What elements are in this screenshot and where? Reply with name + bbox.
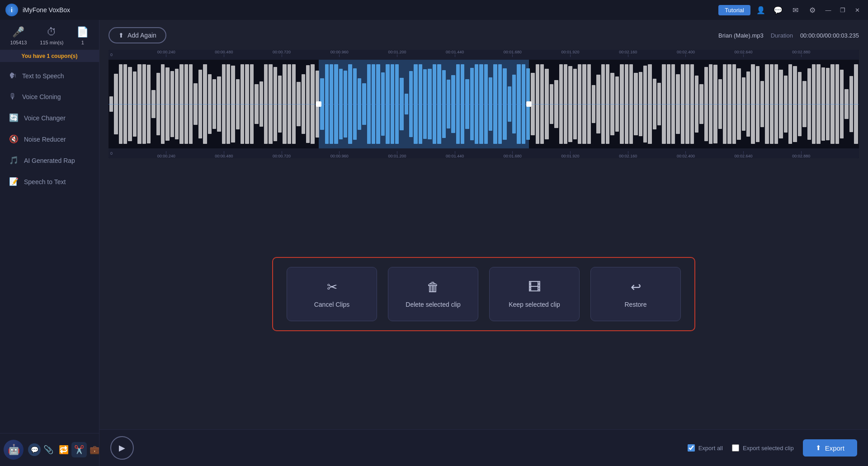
ruler-tick-bottom: 00:00.240: [157, 151, 175, 158]
tutorial-button[interactable]: Tutorial: [718, 5, 750, 15]
ruler-tick-bottom: 00:02.160: [619, 151, 637, 158]
ruler-tick-bottom: 00:01.920: [561, 151, 580, 158]
chat-bubble-icon: 💬: [28, 443, 41, 456]
app-logo: i: [5, 4, 18, 16]
sidebar-item-noise-reducer[interactable]: 🔇 Noise Reducer: [0, 128, 99, 150]
export-controls: Export all Export selected clip ⬆ Export: [688, 439, 857, 456]
restore-label: Restore: [624, 301, 646, 308]
sidebar: 🎤 105413 ⏱ 115 min(s) 📄 1 You have 1 cou…: [0, 20, 99, 466]
voice-cloning-label: Voice Cloning: [22, 93, 61, 100]
ruler-tick: 00:02.640: [735, 50, 753, 57]
app-title: iMyFone VoxBox: [23, 6, 70, 14]
trash-icon: 🗑: [427, 280, 439, 295]
bot-avatar: 🤖: [4, 440, 24, 460]
delete-selected-label: Delete selected clip: [406, 301, 460, 308]
export-arrow-icon: ⬆: [816, 444, 821, 452]
bottom-bar: ▶ Export all Export selected clip ⬆ Expo…: [99, 429, 868, 466]
mail-icon[interactable]: ✉: [788, 3, 802, 17]
minimize-button[interactable]: —: [823, 5, 834, 15]
minutes-icon: ⏱: [47, 26, 57, 38]
ruler-tick-bottom: 00:01.440: [446, 151, 464, 158]
stat-minutes: ⏱ 115 min(s): [40, 26, 63, 45]
restore-button[interactable]: ↩ Restore: [590, 267, 681, 321]
ruler-tick-bottom: 00:00.720: [273, 151, 291, 158]
keep-selected-button[interactable]: 🎞 Keep selected clip: [489, 267, 580, 321]
discord-icon[interactable]: 💬: [771, 3, 785, 17]
export-selected-label[interactable]: Export selected clip: [732, 444, 794, 452]
stat-files: 📄 1: [76, 26, 89, 45]
tts-icon: 🗣: [9, 71, 17, 81]
ruler-tick: 00:02.400: [677, 50, 695, 57]
stat-characters: 🎤 105413: [10, 26, 27, 45]
right-handle[interactable]: [526, 101, 532, 107]
ruler-tick-bottom: 00:00.480: [215, 151, 233, 158]
file-name: Brian (Male).mp3: [718, 32, 764, 39]
voice-changer-label: Voice Changer: [24, 114, 66, 122]
waveform-container[interactable]: 00:00.24000:00.48000:00.72000:00.96000:0…: [108, 50, 859, 158]
titlebar-left: i iMyFone VoxBox: [5, 4, 70, 16]
settings-icon[interactable]: ⚙: [806, 3, 819, 17]
ruler-tick-bottom: 00:02.640: [735, 151, 753, 158]
restore-icon: ↩: [631, 280, 641, 295]
ai-rap-label: AI Generated Rap: [24, 157, 75, 164]
delete-selected-button[interactable]: 🗑 Delete selected clip: [388, 267, 478, 321]
ruler-tick: 00:01.920: [561, 50, 580, 57]
titlebar: i iMyFone VoxBox Tutorial 👤 💬 ✉ ⚙ — ❐ ✕: [0, 0, 868, 20]
scissors-icon[interactable]: ✂️: [71, 442, 87, 457]
export-btn-label: Export: [825, 444, 844, 452]
tts-label: Text to Speech: [22, 72, 64, 80]
time-ruler-bottom: 00:00.24000:00.48000:00.72000:00.96000:0…: [108, 148, 859, 158]
voice-changer-icon: 🔄: [9, 113, 19, 123]
upload-icon: ⬆: [118, 32, 124, 39]
play-button[interactable]: ▶: [110, 436, 134, 460]
export-button[interactable]: ⬆ Export: [803, 439, 857, 456]
content-area: ⬆ Add Again Brian (Male).mp3 Duration 00…: [99, 20, 868, 466]
ai-rap-icon: 🎵: [9, 156, 19, 165]
ruler-tick: 00:01.440: [446, 50, 464, 57]
action-section: ✂ Cancel Clips 🗑 Delete selected clip 🎞 …: [99, 158, 868, 429]
sidebar-item-ai-rap[interactable]: 🎵 AI Generated Rap: [0, 150, 99, 171]
sidebar-bottom: 🤖 💬 📎 🔁 ✂️ 💼: [0, 433, 99, 466]
ruler-tick: 00:02.880: [792, 50, 810, 57]
add-again-button[interactable]: ⬆ Add Again: [108, 27, 166, 43]
ruler-tick: 00:01.680: [504, 50, 522, 57]
file-info: Brian (Male).mp3 Duration 00:00:00/00:00…: [718, 32, 859, 39]
cancel-clips-button[interactable]: ✂ Cancel Clips: [287, 267, 377, 321]
sidebar-item-stt[interactable]: 📝 Speech to Text: [0, 171, 99, 192]
stt-label: Speech to Text: [24, 178, 66, 185]
duration-value: 00:00:00/00:00:03.235: [800, 32, 859, 39]
film-icon: 🎞: [528, 280, 541, 295]
left-handle[interactable]: [316, 101, 321, 107]
stat-files-value: 1: [81, 40, 84, 45]
maximize-button[interactable]: ❐: [837, 5, 848, 15]
close-button[interactable]: ✕: [852, 5, 863, 15]
action-panel: ✂ Cancel Clips 🗑 Delete selected clip 🎞 …: [272, 257, 695, 331]
ruler-tick-bottom: 00:00.960: [330, 151, 349, 158]
main-layout: 🎤 105413 ⏱ 115 min(s) 📄 1 You have 1 cou…: [0, 20, 868, 466]
coupon-bar: You have 1 coupon(s): [0, 50, 99, 62]
ruler-tick-bottom: 00:01.680: [504, 151, 522, 158]
ruler-tick-bottom: 00:01.200: [388, 151, 406, 158]
export-selected-checkbox[interactable]: [732, 444, 739, 452]
waveform-section: ⬆ Add Again Brian (Male).mp3 Duration 00…: [99, 20, 868, 158]
sidebar-item-voice-cloning[interactable]: 🎙 Voice Cloning: [0, 86, 99, 107]
noise-reducer-icon: 🔇: [9, 134, 19, 144]
ruler-tick: 00:02.160: [619, 50, 637, 57]
ruler-tick: 00:00.960: [330, 50, 349, 57]
stat-characters-value: 105413: [10, 40, 27, 45]
export-all-label[interactable]: Export all: [688, 444, 723, 452]
sidebar-item-tts[interactable]: 🗣 Text to Speech: [0, 66, 99, 86]
ruler-tick-bottom: 00:02.400: [677, 151, 695, 158]
waveform-header: ⬆ Add Again Brian (Male).mp3 Duration 00…: [108, 27, 859, 43]
stt-icon: 📝: [9, 177, 19, 186]
user-icon[interactable]: 👤: [754, 3, 768, 17]
voice-cloning-icon: 🎙: [9, 92, 17, 101]
keep-selected-label: Keep selected clip: [509, 301, 560, 308]
sidebar-stats: 🎤 105413 ⏱ 115 min(s) 📄 1: [0, 20, 99, 50]
attachment-icon[interactable]: 📎: [41, 442, 56, 457]
loop-icon[interactable]: 🔁: [56, 442, 71, 457]
export-all-checkbox[interactable]: [688, 444, 695, 452]
stat-minutes-value: 115 min(s): [40, 40, 63, 45]
cancel-clips-label: Cancel Clips: [314, 301, 350, 308]
sidebar-item-voice-changer[interactable]: 🔄 Voice Changer: [0, 107, 99, 128]
